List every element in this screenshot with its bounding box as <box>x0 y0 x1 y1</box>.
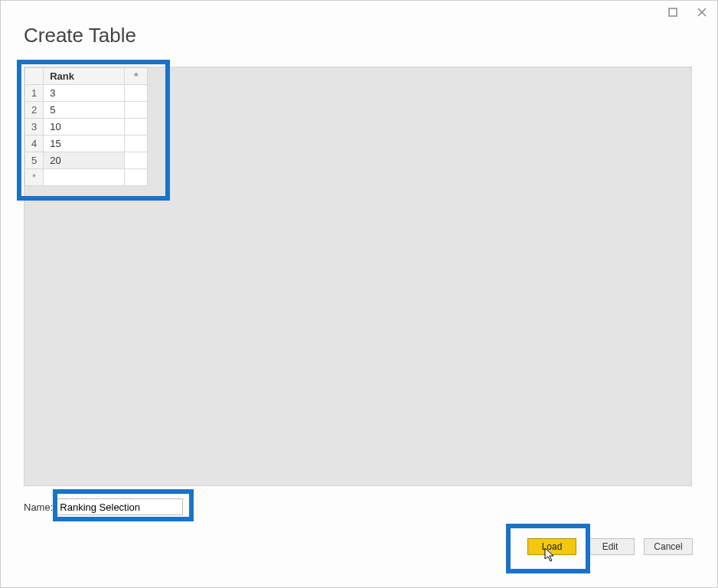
cell-extra-empty[interactable] <box>125 169 148 186</box>
cell-extra[interactable] <box>125 136 148 152</box>
row-index: 4 <box>25 136 44 152</box>
name-label: Name: <box>24 501 53 513</box>
svg-rect-0 <box>669 8 677 16</box>
dialog-title: Create Table <box>24 24 136 47</box>
cancel-button[interactable]: Cancel <box>644 538 693 555</box>
cell-extra[interactable] <box>125 102 148 119</box>
window-controls <box>664 1 717 24</box>
table-row[interactable]: 1 3 <box>25 85 148 102</box>
dialog-buttons: Load Edit Cancel <box>527 538 693 555</box>
edit-button[interactable]: Edit <box>586 538 635 555</box>
column-header-rank[interactable]: Rank <box>44 68 125 85</box>
row-index: 2 <box>25 102 44 119</box>
maximize-icon[interactable] <box>664 4 682 21</box>
cell-extra[interactable] <box>125 85 148 102</box>
table-row[interactable]: 5 20 <box>25 152 148 169</box>
row-index: 3 <box>25 119 44 136</box>
name-row: Name: <box>24 498 183 515</box>
cell-rank-empty[interactable] <box>44 169 125 186</box>
row-index: 5 <box>25 152 44 169</box>
table-row[interactable]: 3 10 <box>25 119 148 136</box>
new-row-marker: * <box>25 169 44 186</box>
cell-rank[interactable]: 20 <box>44 152 125 169</box>
create-table-dialog: Create Table Rank * 1 3 2 5 <box>0 0 718 588</box>
column-header-add[interactable]: * <box>125 68 148 85</box>
cell-rank[interactable]: 5 <box>44 102 125 119</box>
data-entry-table[interactable]: Rank * 1 3 2 5 3 10 <box>24 67 148 186</box>
table-new-row[interactable]: * <box>25 169 148 186</box>
row-index: 1 <box>25 85 44 102</box>
close-icon[interactable] <box>693 4 711 21</box>
load-button[interactable]: Load <box>527 538 576 555</box>
cell-extra[interactable] <box>125 119 148 136</box>
row-header-blank <box>25 68 44 85</box>
cell-rank[interactable]: 3 <box>44 85 125 102</box>
cell-rank[interactable]: 15 <box>44 136 125 152</box>
cell-rank[interactable]: 10 <box>44 119 125 136</box>
table-row[interactable]: 2 5 <box>25 102 148 119</box>
data-preview-area: Rank * 1 3 2 5 3 10 <box>24 67 692 486</box>
name-input[interactable] <box>56 498 183 515</box>
table-row[interactable]: 4 15 <box>25 136 148 152</box>
cell-extra[interactable] <box>125 152 148 169</box>
